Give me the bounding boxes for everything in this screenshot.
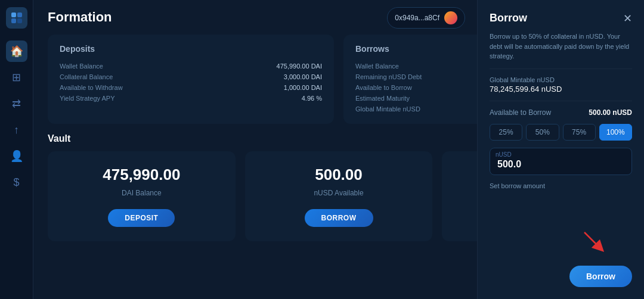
deposit-label-2: Available to Withdraw [60,84,123,91]
deposit-row-0: Wallet Balance 475,990.00 DAI [60,61,322,71]
svg-rect-0 [11,13,16,17]
deposit-label-1: Collateral Balance [60,73,113,80]
borrow-label-4: Global Mintable nUSD [355,105,420,113]
pct-buttons-group: 25% 50% 75% 100% [490,124,632,141]
pct-75-button[interactable]: 75% [563,124,596,141]
deposit-button[interactable]: DEPOSIT [108,209,175,227]
sidebar-item-upload[interactable]: ↑ [6,119,27,141]
main-content: 0x949a...a8Cf Formation Deposits Wallet … [33,0,644,299]
borrow-panel: Borrow ✕ Borrow up to 50% of collateral … [477,0,644,299]
sidebar-item-dollar[interactable]: $ [6,172,27,193]
vault-card-nusd: 500.00 nUSD Available BORROW [245,151,433,241]
deposit-value-0: 475,990.00 DAI [277,63,322,70]
deposit-value-2: 1,000.00 DAI [284,84,322,91]
sidebar-item-user[interactable]: 👤 [6,145,27,167]
sidebar-item-transfer[interactable]: ⇄ [6,93,27,114]
sidebar: 🏠 ⊞ ⇄ ↑ 👤 $ [0,0,33,299]
svg-rect-2 [11,18,16,23]
global-mintable-value: 78,245,599.64 nUSD [490,85,632,94]
deposit-value-3: 4.96 % [302,95,322,102]
global-mintable-label: Global Mintable nUSD [490,76,632,83]
pct-100-button[interactable]: 100% [599,124,632,141]
available-value: 500.00 nUSD [589,108,632,117]
wallet-avatar [444,11,457,24]
vault-amount-nusd: 500.00 [315,166,363,184]
wallet-address: 0x949a...a8Cf [395,14,439,22]
page-title: Formation [48,10,112,25]
deposit-row-1: Collateral Balance 3,000.00 DAI [60,71,322,82]
vault-amount-dai: 475,990.00 [103,166,180,184]
svg-rect-3 [17,18,22,23]
borrow-input-group: nUSD [490,148,632,175]
deposits-title: Deposits [60,44,322,54]
borrow-label-3: Estimated Maturity [355,95,410,102]
pct-25-button[interactable]: 25% [490,124,522,141]
panel-header: Borrow ✕ [490,12,632,24]
global-mintable-stat: Global Mintable nUSD 78,245,599.64 nUSD [490,76,632,94]
deposit-label-3: Yield Strategy APY [60,95,115,102]
set-borrow-label: Set borrow amount [490,182,632,189]
borrow-label-0: Wallet Balance [355,63,399,70]
close-panel-button[interactable]: ✕ [623,13,632,24]
vault-card-dai: 475,990.00 DAI Balance DEPOSIT [48,151,236,241]
borrow-button[interactable]: BORROW [305,209,373,227]
deposit-value-1: 3,000.00 DAI [284,73,322,80]
borrow-action-row: Borrow [490,266,632,287]
input-unit-label: nUSD [496,151,512,158]
sidebar-item-grid[interactable]: ⊞ [6,67,27,88]
svg-line-5 [584,232,600,248]
panel-divider-1 [490,68,632,69]
borrow-label-2: Available to Borrow [355,84,412,91]
sidebar-item-home[interactable]: 🏠 [6,41,27,62]
panel-divider-2 [490,101,632,101]
panel-description: Borrow up to 50% of collateral in nUSD. … [490,32,632,61]
vault-label-dai: DAI Balance [122,189,162,197]
app-logo [6,7,27,29]
deposit-label-0: Wallet Balance [60,63,103,70]
panel-title: Borrow [490,12,527,24]
deposit-row-2: Available to Withdraw 1,000.00 DAI [60,82,322,93]
pct-50-button[interactable]: 50% [526,124,559,141]
borrow-label-1: Remaining nUSD Debt [355,73,422,80]
vault-label-nusd: nUSD Available [314,189,363,197]
wallet-bar[interactable]: 0x949a...a8Cf [387,7,465,29]
borrow-action-button[interactable]: Borrow [569,266,632,287]
deposits-card: Deposits Wallet Balance 475,990.00 DAI C… [48,35,334,124]
svg-rect-1 [17,13,22,17]
available-row: Available to Borrow 500.00 nUSD [490,108,632,117]
available-label: Available to Borrow [490,108,551,117]
arrow-indicator [578,226,608,258]
deposit-row-3: Yield Strategy APY 4.96 % [60,93,322,104]
